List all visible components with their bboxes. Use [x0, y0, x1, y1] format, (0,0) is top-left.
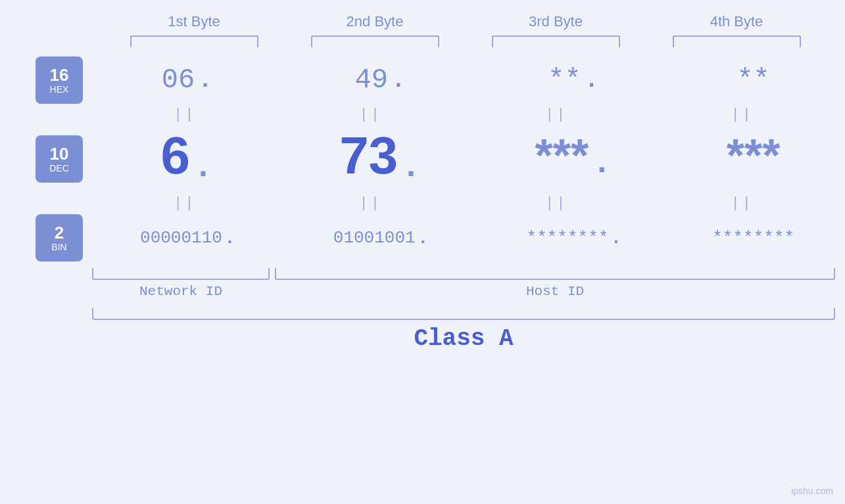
- bracket-1: [130, 35, 258, 47]
- bin-sep-1: .: [224, 228, 235, 248]
- big-outer-bracket: [92, 308, 835, 320]
- dec-sep-2: .: [401, 149, 421, 186]
- bin-val-4: ********: [712, 228, 794, 248]
- dec-badge-name: DEC: [49, 163, 69, 173]
- bracket-4: [673, 35, 801, 47]
- hex-byte-2: 49 .: [295, 64, 469, 96]
- bin-byte-3: ******** .: [488, 228, 662, 248]
- hex-byte-1: 06 .: [101, 64, 276, 96]
- bin-sep-2: .: [418, 228, 429, 248]
- hex-sep-2: .: [391, 67, 406, 94]
- dec-val-3: ***: [535, 129, 589, 182]
- bin-byte-1: 00000110 .: [101, 228, 276, 248]
- dec-val-2: 73: [339, 126, 398, 186]
- hex-val-2: 49: [355, 64, 388, 96]
- hex-val-3: **: [548, 64, 581, 96]
- dec-data-cols: 6 . 73 . *** . ***: [92, 126, 835, 193]
- byte-label-2: 2nd Byte: [302, 13, 447, 30]
- dec-byte-4: ***: [681, 129, 826, 189]
- bin-row: 2 BIN 00000110 . 01001001 . ******** . *…: [26, 212, 835, 264]
- hex-data-cols: 06 . 49 . ** . **: [92, 64, 835, 96]
- dec-badge: 10 DEC: [36, 135, 83, 183]
- eq-2-3: ||: [484, 195, 629, 212]
- bin-val-2: 01001001: [333, 228, 416, 248]
- host-id-label: Host ID: [275, 284, 835, 299]
- byte-label-4: 4th Byte: [664, 13, 809, 30]
- eq-2-1: ||: [112, 195, 257, 212]
- dec-val-1: 6: [161, 126, 191, 186]
- dec-byte-2: 73 .: [295, 126, 469, 193]
- eq-2-2: ||: [299, 195, 443, 212]
- hex-row: 16 HEX 06 . 49 . ** . **: [26, 54, 835, 106]
- main-container: 1st Byte 2nd Byte 3rd Byte 4th Byte 16 H…: [0, 0, 845, 504]
- class-label: Class A: [92, 325, 835, 352]
- watermark: ipshu.com: [791, 486, 833, 496]
- hex-val-1: 06: [162, 64, 195, 96]
- host-id-bracket: [275, 268, 835, 280]
- byte-labels-row: 1st Byte 2nd Byte 3rd Byte 4th Byte: [104, 13, 827, 30]
- dec-byte-1: 6 .: [101, 126, 276, 193]
- eq-1-1: ||: [112, 106, 257, 123]
- bottom-id-labels: Network ID Host ID: [92, 284, 835, 299]
- eq-data-2: || || || ||: [92, 195, 835, 212]
- dec-val-4: ***: [727, 129, 781, 182]
- eq-1-4: ||: [670, 106, 815, 123]
- byte-label-1: 1st Byte: [122, 13, 266, 30]
- bin-badge-number: 2: [55, 223, 64, 242]
- dec-sep-3: .: [592, 145, 612, 182]
- hex-badge-slot: 16 HEX: [26, 57, 92, 104]
- bottom-bracket-wrapper: Network ID Host ID Class A: [26, 268, 835, 352]
- equals-row-1: || || || ||: [26, 106, 835, 123]
- byte-label-3: 3rd Byte: [483, 13, 628, 30]
- network-id-label: Network ID: [92, 284, 270, 299]
- bracket-2: [311, 35, 439, 47]
- dec-byte-3: *** .: [488, 129, 662, 189]
- bin-byte-4: ********: [681, 228, 826, 248]
- eq-data-1: || || || ||: [92, 106, 835, 123]
- hex-badge-number: 16: [50, 66, 69, 85]
- bin-badge-slot: 2 BIN: [26, 214, 92, 262]
- bin-data-cols: 00000110 . 01001001 . ******** . *******…: [92, 228, 835, 248]
- bin-val-3: ********: [527, 228, 609, 248]
- hex-badge-name: HEX: [50, 84, 69, 95]
- bin-badge: 2 BIN: [36, 214, 83, 262]
- dec-badge-number: 10: [50, 145, 69, 164]
- hex-val-4: **: [736, 64, 769, 96]
- equals-row-2: || || || ||: [26, 195, 835, 212]
- dec-sep-1: .: [193, 149, 213, 186]
- bottom-section: Network ID Host ID Class A: [92, 268, 835, 352]
- top-brackets: [104, 35, 827, 47]
- hex-sep-3: .: [585, 67, 599, 94]
- hex-badge: 16 HEX: [36, 57, 83, 104]
- dec-badge-slot: 10 DEC: [26, 135, 92, 183]
- bin-byte-2: 01001001 .: [295, 228, 469, 248]
- hex-sep-1: .: [198, 67, 212, 94]
- bin-badge-name: BIN: [51, 242, 66, 252]
- bottom-brackets: [92, 268, 835, 280]
- hex-byte-4: **: [681, 64, 826, 96]
- bin-val-1: 00000110: [140, 228, 222, 248]
- bin-sep-3: .: [610, 228, 621, 248]
- eq-1-3: ||: [484, 106, 629, 123]
- bracket-3: [492, 35, 620, 47]
- eq-2-4: ||: [670, 195, 815, 212]
- network-id-bracket: [92, 268, 270, 280]
- dec-row: 10 DEC 6 . 73 . *** . ***: [26, 123, 835, 195]
- hex-byte-3: ** .: [488, 64, 662, 96]
- eq-1-2: ||: [299, 106, 443, 123]
